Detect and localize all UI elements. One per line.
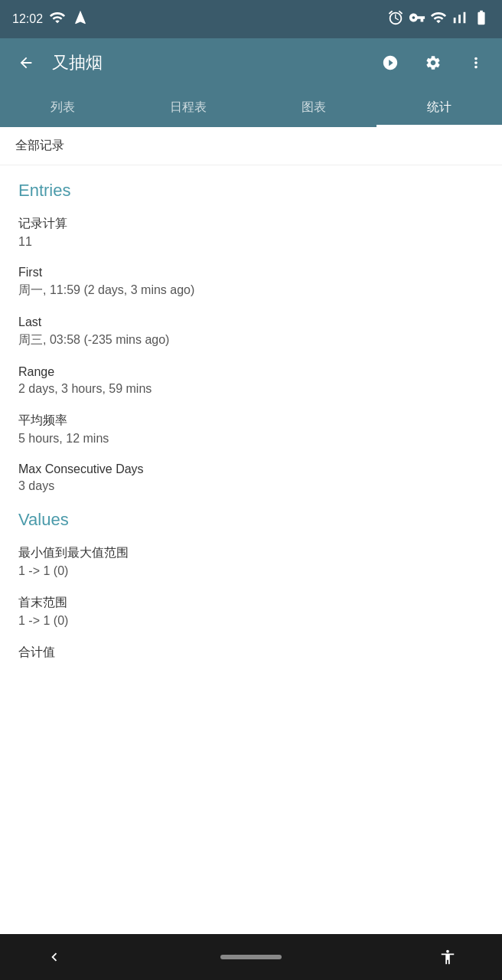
stat-value-4: 5 hours, 12 mins (18, 432, 484, 446)
stat-value-1: 周一, 11:59 (2 days, 3 mins ago) (18, 283, 484, 299)
tab-list[interactable]: 列表 (0, 87, 126, 127)
stat-first-last: 首末范围 1 -> 1 (0) (18, 595, 484, 628)
stat-avg-freq: 平均频率 5 hours, 12 mins (18, 413, 484, 446)
stat-range: Range 2 days, 3 hours, 59 mins (18, 365, 484, 396)
entries-section-title: Entries (18, 181, 484, 201)
status-bar-left: 12:02 (12, 9, 89, 29)
tab-chart[interactable]: 图表 (251, 87, 376, 127)
tab-stats[interactable]: 统计 (376, 87, 502, 127)
accessibility-button[interactable] (439, 949, 456, 965)
wifi-icon (430, 9, 447, 29)
tab-schedule[interactable]: 日程表 (126, 87, 251, 127)
stat-label-v1: 首末范围 (18, 595, 484, 611)
status-time: 12:02 (12, 12, 43, 26)
bottom-nav (0, 934, 502, 980)
status-bar: 12:02 (0, 0, 502, 38)
battery-icon (473, 9, 490, 29)
app-bar: 又抽烟 (0, 38, 502, 87)
more-options-icon[interactable] (462, 49, 490, 77)
stat-last: Last 周三, 03:58 (-235 mins ago) (18, 315, 484, 348)
alarm-icon (387, 9, 404, 29)
settings-icon[interactable] (419, 49, 447, 77)
key-icon (409, 9, 425, 29)
stat-value-v0: 1 -> 1 (0) (18, 564, 484, 578)
content-area: Entries 记录计算 11 First 周一, 11:59 (2 days,… (0, 165, 502, 934)
nav-back-button[interactable] (46, 949, 63, 965)
home-indicator[interactable] (220, 955, 282, 959)
target-icon[interactable] (376, 49, 404, 77)
signal-icon (49, 9, 66, 29)
filter-bar[interactable]: 全部记录 (0, 127, 502, 165)
stat-value-5: 3 days (18, 479, 484, 493)
stat-value-3: 2 days, 3 hours, 59 mins (18, 382, 484, 396)
stat-total: 合计值 (18, 645, 484, 661)
status-bar-right (387, 9, 490, 29)
stat-min-max: 最小值到最大值范围 1 -> 1 (0) (18, 545, 484, 578)
stat-label-1: First (18, 266, 484, 279)
stat-max-consecutive: Max Consecutive Days 3 days (18, 462, 484, 493)
stat-label-0: 记录计算 (18, 216, 484, 232)
stat-label-v2: 合计值 (18, 645, 484, 661)
stat-label-4: 平均频率 (18, 413, 484, 429)
stat-label-5: Max Consecutive Days (18, 462, 484, 476)
stat-label-v0: 最小值到最大值范围 (18, 545, 484, 561)
values-section-title: Values (18, 510, 484, 530)
network-icon (451, 9, 468, 29)
app-bar-actions (376, 49, 490, 77)
stat-label-3: Range (18, 365, 484, 379)
back-button[interactable] (12, 49, 40, 77)
stat-value-0: 11 (18, 235, 484, 249)
stat-record-count: 记录计算 11 (18, 216, 484, 249)
stat-value-2: 周三, 03:58 (-235 mins ago) (18, 332, 484, 348)
nav-icon (72, 9, 89, 29)
stat-label-2: Last (18, 315, 484, 329)
filter-label: 全部记录 (15, 139, 64, 152)
tab-bar: 列表 日程表 图表 统计 (0, 87, 502, 127)
app-title: 又抽烟 (52, 51, 364, 74)
stat-first: First 周一, 11:59 (2 days, 3 mins ago) (18, 266, 484, 299)
stat-value-v1: 1 -> 1 (0) (18, 614, 484, 628)
